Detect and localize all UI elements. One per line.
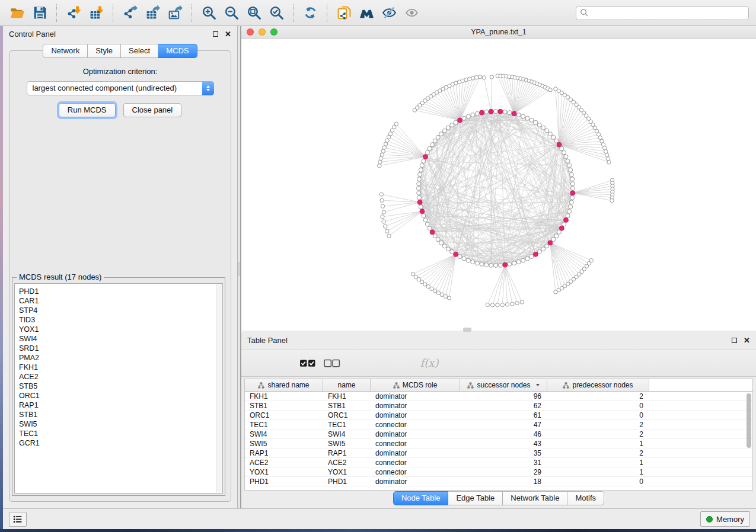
column-header-shared-name[interactable]: shared name: [245, 379, 323, 391]
mcds-result-item[interactable]: SRD1: [19, 344, 222, 353]
table-scrollbar-thumb[interactable]: [747, 393, 751, 448]
column-header-predecessor-nodes[interactable]: predecessor nodes: [547, 379, 649, 391]
maximize-window-icon[interactable]: [270, 28, 277, 36]
table-row[interactable]: ACE2ACE2connector311: [245, 458, 752, 467]
mcds-result-item[interactable]: STB5: [19, 382, 222, 391]
cell-mcds-role: connector: [371, 459, 460, 467]
table-row[interactable]: RAP1RAP1dominator352: [245, 448, 752, 458]
import-table-disabled-button[interactable]: [395, 354, 414, 373]
network-view-titlebar[interactable]: YPA_prune.txt_1: [241, 26, 756, 39]
memory-button[interactable]: Memory: [700, 511, 750, 527]
zoom-in-button[interactable]: [199, 3, 219, 23]
binoculars-icon: [359, 5, 374, 20]
table-tab-edge-table[interactable]: Edge Table: [448, 491, 503, 505]
tab-select[interactable]: Select: [121, 44, 158, 58]
close-panel-icon[interactable]: ✕: [225, 31, 231, 37]
network-canvas[interactable]: [241, 39, 756, 331]
import-network-button[interactable]: [63, 3, 84, 23]
mcds-result-item[interactable]: CAR1: [19, 296, 222, 306]
clone-network-icon: [337, 5, 352, 20]
refresh-layout-button[interactable]: [300, 3, 320, 23]
tab-style[interactable]: Style: [88, 44, 121, 58]
clone-network-button[interactable]: [334, 3, 354, 23]
table-row[interactable]: SWI4SWI4dominator462: [245, 430, 752, 439]
mcds-result-item[interactable]: GCR1: [19, 438, 222, 448]
list-scrollbar-track[interactable]: [216, 284, 222, 492]
table-tab-motifs[interactable]: Motifs: [567, 491, 604, 505]
mcds-result-item[interactable]: PMA2: [19, 353, 222, 363]
optimization-criterion-select[interactable]: largest connected component (undirected): [27, 81, 214, 95]
table-row[interactable]: TEC1TEC1connector472: [245, 420, 752, 430]
table-row[interactable]: ORC1ORC1dominator610: [245, 411, 752, 420]
cell-name: ORC1: [323, 411, 371, 419]
main-toolbar: [0, 0, 756, 26]
cell-successor-nodes: 46: [460, 430, 547, 438]
tab-mcds[interactable]: MCDS: [158, 44, 197, 58]
binoculars-button[interactable]: [356, 3, 377, 23]
zoom-selected-button[interactable]: [266, 3, 286, 23]
column-header-name[interactable]: name: [323, 379, 371, 391]
function-builder-button[interactable]: f(x): [420, 354, 439, 373]
cell-successor-nodes: 31: [460, 459, 547, 467]
zoom-fit-button[interactable]: [244, 3, 264, 23]
column-label: predecessor nodes: [572, 381, 633, 389]
task-history-button[interactable]: [9, 512, 27, 527]
mcds-result-item[interactable]: TEC1: [19, 429, 222, 438]
mcds-result-item[interactable]: PHD1: [19, 287, 222, 296]
export-table-button[interactable]: [142, 3, 162, 23]
clear-checkboxes-button[interactable]: [323, 354, 342, 373]
cell-predecessor-nodes: 0: [547, 402, 649, 410]
cell-shared-name: SWI5: [245, 440, 323, 448]
column-header-successor-nodes[interactable]: successor nodes: [460, 379, 547, 391]
table-row[interactable]: FKH1FKH1dominator962: [245, 392, 752, 401]
network-graph[interactable]: [241, 39, 756, 331]
minimize-window-icon[interactable]: [259, 28, 266, 36]
split-columns-button[interactable]: [274, 354, 293, 373]
table-scrollbar[interactable]: [746, 392, 752, 489]
export-network-button[interactable]: [120, 3, 140, 23]
hide-selected-button[interactable]: [379, 3, 399, 23]
mcds-result-item[interactable]: RAP1: [19, 400, 222, 410]
open-folder-button[interactable]: [7, 3, 27, 23]
mcds-result-item[interactable]: SWI5: [19, 419, 222, 429]
mcds-result-list[interactable]: PHD1CAR1STP4TID3YOX1SWI4SRD1PMA2FKH1ACE2…: [14, 283, 223, 493]
mcds-result-item[interactable]: YOX1: [19, 325, 222, 334]
delete-column-button[interactable]: [371, 354, 390, 373]
mcds-result-item[interactable]: FKH1: [19, 363, 222, 372]
cell-mcds-role: dominator: [371, 392, 460, 400]
close-window-icon[interactable]: [247, 28, 254, 36]
table-toolbar: f(x): [241, 349, 756, 377]
column-header-mcds-role[interactable]: MCDS role: [371, 379, 460, 391]
mcds-result-item[interactable]: STP4: [19, 306, 222, 315]
zoom-out-button[interactable]: [221, 3, 241, 23]
cell-predecessor-nodes: 1: [547, 440, 649, 448]
table-row[interactable]: SWI5SWI5connector431: [245, 439, 752, 448]
close-panel-button[interactable]: Close panel: [123, 103, 182, 117]
table-row[interactable]: PHD1PHD1dominator180: [245, 477, 752, 486]
float-table-panel-icon[interactable]: [732, 338, 737, 343]
mcds-result-item[interactable]: ACE2: [19, 372, 222, 382]
mcds-result-item[interactable]: SWI4: [19, 334, 222, 344]
mcds-result-item[interactable]: ORC1: [19, 391, 222, 400]
table-row[interactable]: STB1STB1dominator620: [245, 401, 752, 411]
save-session-button[interactable]: [30, 3, 50, 23]
select-all-checkboxes-button[interactable]: [298, 354, 317, 373]
tab-network[interactable]: Network: [43, 44, 88, 58]
import-table-button[interactable]: [86, 3, 106, 23]
close-table-panel-icon[interactable]: ✕: [744, 338, 750, 343]
table-tab-node-table[interactable]: Node Table: [393, 491, 449, 505]
gear-button[interactable]: [250, 354, 269, 373]
run-mcds-button[interactable]: Run MCDS: [59, 103, 116, 117]
horizontal-splitter-handle[interactable]: [463, 328, 471, 332]
export-image-button[interactable]: [165, 3, 185, 23]
table-row[interactable]: YOX1YOX1connector291: [245, 467, 752, 477]
search-input[interactable]: [576, 6, 749, 20]
mcds-result-item[interactable]: TID3: [19, 315, 222, 325]
vertical-splitter-handle[interactable]: [238, 262, 240, 275]
mcds-result-item[interactable]: STB1: [19, 410, 222, 419]
cell-shared-name: YOX1: [245, 468, 323, 476]
float-panel-icon[interactable]: [213, 31, 218, 37]
table-tab-network-table[interactable]: Network Table: [503, 491, 567, 505]
show-all-button[interactable]: [401, 3, 422, 23]
add-column-button[interactable]: [347, 354, 366, 373]
